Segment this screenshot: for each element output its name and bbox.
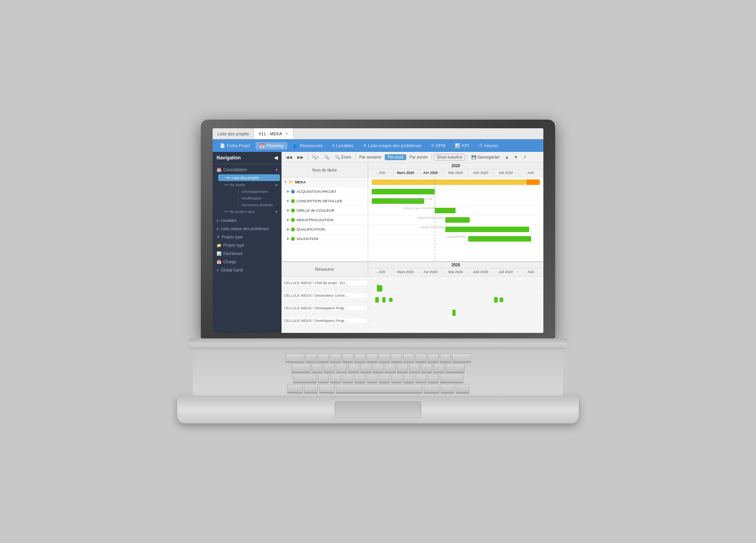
key-shift-right[interactable] — [440, 374, 463, 382]
key-period[interactable] — [415, 374, 426, 382]
key-cmd-right[interactable] — [424, 384, 439, 393]
key-z[interactable] — [318, 374, 329, 382]
sidebar-item-dashboard[interactable]: 📊 Dashboard — [213, 249, 282, 258]
sidebar-item-actions[interactable]: ✕ Projets type — [213, 233, 282, 241]
key-backslash[interactable] — [452, 353, 471, 362]
key-enter[interactable] — [446, 364, 465, 372]
key-quote[interactable] — [434, 364, 445, 372]
task-row-grille[interactable]: ▶ GRILLE de COULEUR — [282, 206, 368, 215]
btn-zoom-in[interactable]: 🔍+ — [310, 154, 321, 160]
key-opt[interactable] — [304, 384, 318, 393]
task-row-conception[interactable]: ▶ CONCEPTION DETAILLEE — [282, 196, 368, 206]
btn-par-annee[interactable]: Par année — [408, 154, 430, 160]
key-t[interactable] — [354, 353, 365, 362]
nav-fiche-projet[interactable]: 📄 Fiche Projet — [216, 142, 254, 150]
btn-par-semaine[interactable]: Par semaine — [358, 154, 384, 160]
sidebar-item-consolidation[interactable]: 📅 Consolidation ▾ — [213, 166, 282, 174]
nav-ressources[interactable]: 👥 Ressources — [289, 142, 327, 150]
btn-show-baseline[interactable]: Show baseline — [434, 154, 465, 161]
sidebar-item-liste-projets[interactable]: ••• Liste des projets — [218, 174, 280, 181]
key-k[interactable] — [397, 364, 408, 372]
key-bracket-open[interactable] — [428, 353, 439, 362]
close-icon[interactable]: ✕ — [285, 132, 288, 136]
key-i[interactable] — [391, 353, 402, 362]
btn-zoom-out[interactable]: 🔍- — [322, 154, 332, 160]
sidebar-item-modification[interactable]: ⋮ Modification — [228, 195, 282, 201]
key-o[interactable] — [403, 353, 414, 362]
key-n[interactable] — [379, 374, 390, 382]
key-shift-left[interactable] — [293, 374, 317, 382]
expand-icon[interactable]: ▶ — [287, 190, 289, 193]
key-m[interactable] — [391, 374, 402, 382]
expand-icon[interactable]: ▶ — [287, 227, 289, 231]
nav-kpi[interactable]: 📊 KPI — [451, 142, 473, 150]
nav-livrables[interactable]: ≡ Livrables — [328, 142, 358, 149]
key-a[interactable] — [311, 364, 322, 372]
key-u[interactable] — [379, 353, 390, 362]
btn-zoom[interactable]: 🔍 Zoom — [333, 154, 353, 160]
key-r[interactable] — [342, 353, 353, 362]
nav-heures[interactable]: ⏱ Heures — [474, 142, 502, 149]
key-b[interactable] — [367, 374, 378, 382]
sidebar-item-liste-problemes[interactable]: ≡ Liste unique des problèmes — [213, 225, 282, 233]
task-row-qualification[interactable]: ▶ QUALIFICATION — [282, 225, 368, 234]
key-opt-right[interactable] — [441, 384, 454, 393]
expand-icon[interactable]: ▶ — [287, 209, 289, 212]
sidebar-item-global-gantt[interactable]: ≡ Global Gantt — [213, 266, 282, 274]
key-c[interactable] — [342, 374, 353, 382]
expand-icon[interactable]: ▼ — [284, 180, 287, 184]
key-slash[interactable] — [428, 374, 439, 382]
key-l[interactable] — [409, 364, 420, 372]
expand-icon[interactable]: ▶ — [287, 237, 289, 240]
key-x[interactable] — [330, 374, 341, 382]
tab-meka[interactable]: #11 - MEKA ✕ — [254, 128, 293, 139]
sidebar-item-livrables[interactable]: ≡ Livrables — [213, 216, 282, 225]
key-h[interactable] — [372, 364, 384, 372]
key-ctrl-right[interactable] — [456, 384, 469, 393]
key-e[interactable] — [330, 353, 341, 362]
btn-last[interactable]: ▶▶ — [295, 154, 306, 160]
nav-planning[interactable]: 📅 Planning — [256, 142, 287, 150]
key-space[interactable] — [336, 384, 422, 393]
key-q[interactable] — [306, 353, 317, 362]
sidebar-item-by-project-type[interactable]: ••• By project type ▸ — [217, 208, 282, 215]
key-d[interactable] — [336, 364, 347, 372]
key-y[interactable] — [367, 353, 378, 362]
key-p[interactable] — [415, 353, 426, 362]
key-cmd-left[interactable] — [319, 384, 335, 393]
task-row-industrialisation[interactable]: ▶ INDUSTRIALISATION — [282, 215, 368, 225]
key-comma[interactable] — [403, 374, 414, 382]
btn-first[interactable]: ◀◀ — [284, 154, 294, 160]
btn-external[interactable]: ↗ — [521, 154, 528, 160]
key-j[interactable] — [385, 364, 396, 372]
key-f[interactable] — [348, 364, 359, 372]
nav-dpm[interactable]: ✕ DPM — [427, 142, 449, 150]
key-w[interactable] — [318, 353, 329, 362]
tab-liste-projets[interactable]: Liste des projets — [213, 128, 254, 139]
task-row-meka[interactable]: ▼ 📁 MEKA — [282, 177, 368, 187]
key-s[interactable] — [324, 364, 335, 372]
sidebar-item-charge[interactable]: 📅 Charge — [213, 258, 282, 266]
key-caps[interactable] — [291, 364, 310, 372]
key-v[interactable] — [354, 374, 365, 382]
expand-icon[interactable]: ▶ — [287, 199, 289, 203]
key-tab[interactable] — [285, 353, 304, 362]
sidebar-collapse-icon[interactable]: ◀ — [274, 155, 278, 161]
task-row-validation[interactable]: ▶ VALIDATION — [282, 234, 368, 244]
key-g[interactable] — [360, 364, 371, 372]
btn-save[interactable]: 💾 Sauvegarder — [469, 154, 502, 160]
sidebar-item-projets-type[interactable]: 📁 Projets type — [213, 241, 282, 249]
trackpad[interactable] — [335, 401, 421, 418]
btn-par-mois[interactable]: Par mois — [385, 154, 406, 160]
nav-liste-problemes[interactable]: ✕ Liste unique des problèmes — [359, 142, 425, 150]
key-bracket-close[interactable] — [440, 353, 451, 362]
btn-down[interactable]: ▼ — [512, 154, 520, 160]
sidebar-item-by-family[interactable]: ••• By family ▸ — [217, 181, 282, 188]
sidebar-item-nouveaux-produits[interactable]: ⋮ Nouveaux produits — [228, 201, 282, 208]
sidebar-item-developpement[interactable]: ⋮ Développement — [228, 188, 282, 195]
btn-up[interactable]: ▲ — [503, 154, 511, 160]
key-ctrl[interactable] — [287, 384, 303, 393]
task-row-acquisition[interactable]: ▶ ACQUISITION PROJET — [282, 187, 368, 196]
expand-icon[interactable]: ▶ — [287, 218, 289, 222]
key-semicolon[interactable] — [421, 364, 432, 372]
